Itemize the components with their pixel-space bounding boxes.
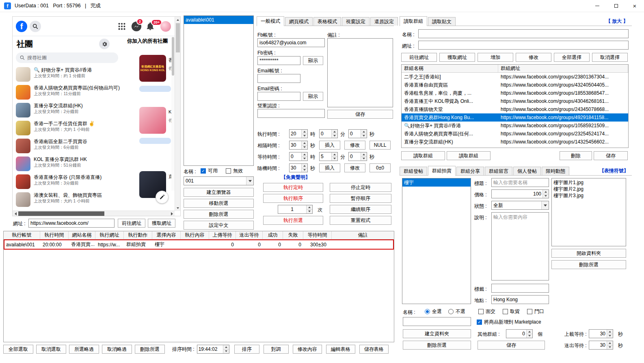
- bottom-bar-button[interactable]: 取消選取: [36, 345, 66, 354]
- url-input[interactable]: https://www.facebook.com/: [28, 219, 115, 228]
- account-action-button[interactable]: 設定中文: [184, 221, 254, 230]
- create-folder-button[interactable]: 建立資料夾: [403, 329, 471, 338]
- null-button[interactable]: NULL: [370, 141, 391, 150]
- spinner-up-icon[interactable]: [307, 205, 312, 210]
- facebook-group-item[interactable]: 香港人購物交易買賣專區(任何物品均可) 上次發文時間：11分鐘前: [13, 83, 123, 101]
- joined-group-card-image[interactable]: [139, 107, 166, 134]
- group-toolbar-button[interactable]: 修改: [516, 53, 551, 62]
- wait-second-spinner[interactable]: 0: [348, 152, 367, 161]
- scrollbar-thumb[interactable]: [172, 37, 174, 76]
- mode-tab[interactable]: 網頁模式: [285, 17, 313, 26]
- mode-tab[interactable]: 還原設定: [370, 17, 398, 26]
- spinner-down-icon[interactable]: [302, 146, 307, 150]
- group-toolbar-button[interactable]: 取消選擇: [592, 53, 628, 62]
- run-timed-button[interactable]: 執行定時: [263, 183, 323, 192]
- spinner-up-icon[interactable]: [302, 141, 307, 146]
- notifications-bell-icon[interactable]: 20+: [146, 22, 155, 32]
- horizontal-scrollbar[interactable]: [13, 211, 175, 216]
- stop-timed-button[interactable]: 停止定時: [330, 183, 391, 192]
- spinner-up-icon[interactable]: [543, 190, 549, 194]
- spinner-up-icon[interactable]: [527, 330, 532, 334]
- compose-button[interactable]: [156, 191, 169, 204]
- save-groups-button[interactable]: 儲存: [594, 151, 628, 160]
- show-email-password-button[interactable]: 顯示: [303, 92, 323, 101]
- post-mode-tab[interactable]: 群組發帖: [400, 167, 427, 175]
- account-list-item[interactable]: available\001: [184, 16, 253, 24]
- select-none-radio[interactable]: 不選: [448, 308, 465, 315]
- spinner-up-icon[interactable]: [302, 152, 307, 157]
- search-icon[interactable]: [30, 21, 41, 32]
- continue-sequence-button[interactable]: 繼續順序: [330, 205, 391, 214]
- messenger-icon[interactable]: 2: [131, 21, 142, 33]
- facebook-group-item[interactable]: 香港一手二手任賃任賣群 ✌️ 上次發文時間：大約 1 小時前: [13, 119, 123, 137]
- save-listing-button[interactable]: 儲存: [478, 341, 545, 350]
- bottom-bar-button[interactable]: 取消略過: [102, 345, 132, 354]
- spinner-up-icon[interactable]: [361, 152, 367, 157]
- other-groups-spinner[interactable]: 0: [506, 329, 533, 338]
- vertical-scrollbar[interactable]: [175, 17, 180, 211]
- inner-scrollbar[interactable]: [171, 37, 175, 191]
- spinner-up-icon[interactable]: [607, 341, 613, 346]
- group-table-row[interactable]: 香港直播王中 KOL帶貨為 Onli... https://www.facebo…: [402, 97, 628, 105]
- fb-account-input[interactable]: iso64827@yuoia.com: [257, 38, 325, 47]
- joined-group-card-image[interactable]: 香港網紅直播基地 HONG KONG KOL: [139, 55, 166, 82]
- image-file-item[interactable]: 樓宇圖片1.jpg: [552, 179, 626, 186]
- spinner-down-icon[interactable]: [223, 350, 229, 354]
- upload-wait-spinner[interactable]: 30: [589, 329, 613, 338]
- account-action-button[interactable]: 移動所選: [184, 199, 254, 208]
- bottom-bar-button[interactable]: 所選略過: [69, 345, 99, 354]
- group-toolbar-button[interactable]: 全部選擇: [554, 53, 590, 62]
- random-spinner[interactable]: 30: [289, 163, 308, 172]
- facebook-group-item[interactable]: KOL 直播分享資訊群 HK 上次發文時間：51分鐘前: [13, 155, 123, 173]
- group-search-input[interactable]: 搜尋社團: [16, 52, 118, 63]
- bottom-bar-button[interactable]: 排序: [234, 345, 259, 354]
- listing-name-input[interactable]: [403, 317, 471, 326]
- send-wait-spinner[interactable]: 30: [589, 341, 613, 350]
- delete-group-button[interactable]: 刪除: [560, 151, 592, 160]
- show-password-button[interactable]: 顯示: [303, 56, 323, 65]
- group-read-tab[interactable]: 讀取貼文: [428, 17, 456, 26]
- spinner-up-icon[interactable]: [302, 164, 307, 168]
- random-range-button[interactable]: 0±0: [370, 163, 391, 172]
- times-spinner[interactable]: 1: [278, 205, 313, 214]
- spinner-down-icon[interactable]: [543, 194, 549, 198]
- save-account-button[interactable]: 儲存: [327, 110, 393, 119]
- open-folder-button[interactable]: 開啟資料夾: [551, 249, 626, 258]
- title-input[interactable]: 輸入你需要名稱: [491, 178, 549, 187]
- run-sequence-button[interactable]: 執行順序: [263, 194, 323, 203]
- bottom-bar-button[interactable]: 全部選取: [3, 345, 33, 354]
- image-file-item[interactable]: 樓宇圖片2.jpg: [552, 186, 626, 192]
- marketplace-checkbox[interactable]: ✓將商品新增到 Marketplace: [477, 319, 541, 326]
- minimize-button[interactable]: [588, 0, 607, 12]
- facebook-group-item[interactable]: 直播分享交流群組(HK) 上次發文時間：2分鐘前: [13, 101, 123, 119]
- image-file-item[interactable]: 樓宇圖片3.jpg: [552, 192, 626, 199]
- mode-tab[interactable]: 視窗設定: [342, 17, 370, 26]
- spinner-up-icon[interactable]: [223, 345, 229, 350]
- scroll-up-icon[interactable]: [175, 17, 181, 23]
- spinner-down-icon[interactable]: [332, 157, 337, 161]
- listing-list-item[interactable]: 樓宇: [402, 178, 471, 187]
- fb-password-input[interactable]: **********: [257, 56, 300, 65]
- group-table-row[interactable]: 直播分享交流群組(HK) https://www.facebook.com/gr…: [402, 138, 628, 146]
- post-mode-tab[interactable]: 限時動態: [542, 167, 569, 175]
- reset-program-button[interactable]: 重置程式: [330, 216, 391, 225]
- note-textarea[interactable]: [327, 38, 393, 107]
- zoom-link[interactable]: 【 放大 】: [606, 18, 628, 25]
- group-table-row[interactable]: 二手之王[香港站] https://www.facebook.com/group…: [402, 73, 628, 81]
- gear-icon[interactable]: [99, 39, 110, 49]
- bottom-bar-button[interactable]: 刪除所選: [135, 345, 165, 354]
- price-spinner[interactable]: 100: [491, 189, 549, 198]
- group-toolbar-button[interactable]: 前往網址: [401, 53, 437, 62]
- goto-url-button[interactable]: 前往網址: [118, 219, 145, 228]
- group-table-row[interactable]: 香港直播購物天堂 https://www.facebook.com/groups…: [402, 105, 628, 113]
- wait-minute-spinner[interactable]: 5: [319, 152, 338, 161]
- insert-button[interactable]: 插入: [319, 163, 340, 172]
- spinner-up-icon[interactable]: [361, 130, 367, 134]
- bottom-bar-button[interactable]: 編輯表格: [326, 345, 355, 354]
- spinner-up-icon[interactable]: [332, 130, 337, 134]
- spinner-up-icon[interactable]: [607, 330, 613, 334]
- bottom-bar-button[interactable]: 儲存表格: [359, 345, 389, 354]
- spinner-down-icon[interactable]: [607, 346, 613, 350]
- post-mode-tab[interactable]: 群組留言: [485, 167, 512, 175]
- mode-tab[interactable]: 一般模式: [257, 16, 284, 26]
